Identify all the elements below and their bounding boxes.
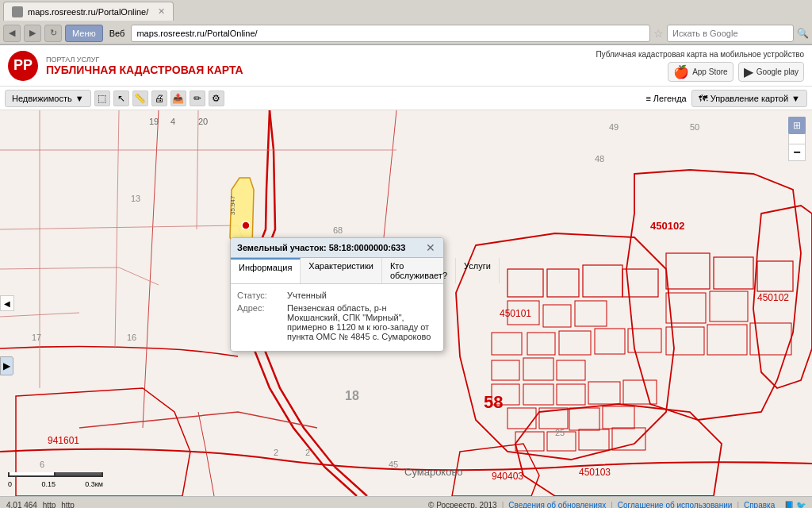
status-url: http	[61, 501, 75, 508]
popup-tab-characteristics[interactable]: Характеристики	[301, 258, 382, 283]
svg-text:68: 68	[333, 225, 343, 235]
address-bar-row: ◀ ▶ ↻ Меню Веб ☆ 🔍	[0, 22, 812, 44]
settings-tool[interactable]: ⚙	[209, 90, 224, 106]
copyright: © Росреестр, 2013	[428, 501, 497, 508]
select-tool[interactable]: ⬚	[94, 90, 110, 106]
measure-tool[interactable]: 📏	[132, 90, 148, 106]
tab-services-label: Услуги	[464, 261, 491, 271]
address-label: Адрес:	[237, 303, 281, 341]
android-icon: ▶	[744, 64, 753, 79]
agreement-link[interactable]: Соглашение об использовании	[618, 501, 733, 508]
svg-text:20: 20	[198, 117, 208, 126]
forward-button[interactable]: ▶	[24, 25, 41, 42]
search-input[interactable]	[667, 25, 794, 42]
back-button[interactable]: ◀	[3, 25, 21, 42]
status-row: Статус: Учтенный	[237, 291, 437, 300]
svg-text:17: 17	[32, 333, 41, 342]
nedvizhimost-label: Недвижимость	[12, 94, 72, 103]
portal-title-block: ПОРТАЛ УСЛУГ ПУБЛИЧНАЯ КАДАСТРОВАЯ КАРТА	[46, 56, 588, 76]
svg-text:941601: 941601	[48, 435, 79, 446]
social-icons: 📘 🐦	[784, 501, 806, 508]
popup-title: Земельный участок: 58:18:0000000:633	[237, 243, 405, 252]
googleplay-button[interactable]: ▶ Google play	[738, 62, 804, 82]
left-panel-btn-1[interactable]: ◀	[0, 295, 14, 311]
zoom-divider	[788, 134, 806, 144]
scale-bar: 0 0.15 0.3км	[8, 469, 103, 488]
svg-text:45: 45	[389, 460, 398, 469]
svg-text:25: 25	[555, 428, 565, 437]
svg-text:450102: 450102	[757, 292, 789, 303]
legend-label: Легенда	[653, 94, 687, 103]
chevron-down-icon-manage: ▼	[791, 94, 800, 103]
popup-tab-info[interactable]: Информация	[231, 258, 301, 283]
status-left: 4.01 464 http http	[6, 501, 425, 508]
draw-tool[interactable]: ✏	[190, 90, 205, 106]
popup-tabs: Информация Характеристики Кто обслуживае…	[231, 258, 443, 284]
address-value: Пензенская область, р-н Мокшанский, СПК …	[287, 303, 437, 341]
browser-chrome: maps.rosreestr.ru/PortalOnline/ ✕ ◀ ▶ ↻ …	[0, 0, 812, 45]
popup-close-button[interactable]: ✕	[424, 241, 437, 254]
active-tab[interactable]: maps.rosreestr.ru/PortalOnline/ ✕	[3, 2, 174, 21]
expand-panel-button[interactable]: ▶	[0, 356, 13, 375]
portal-title: ПУБЛИЧНАЯ КАДАСТРОВАЯ КАРТА	[46, 64, 588, 76]
menu-button[interactable]: Меню	[65, 25, 103, 42]
svg-text:18: 18	[345, 389, 359, 402]
tab-label: maps.rosreestr.ru/PortalOnline/	[28, 7, 148, 17]
scale-03: 0.3км	[85, 480, 103, 488]
help-link[interactable]: Справка	[744, 501, 775, 508]
appstore-label: App Store	[692, 67, 727, 76]
legend-icon: ≡	[645, 94, 650, 103]
map-container[interactable]: 19 4 20 49 50 48 13 68 17 16 74 18 58 2 …	[0, 110, 812, 496]
svg-text:Сумароково: Сумароково	[404, 466, 462, 478]
protocol: http	[43, 501, 56, 508]
zoom-out-button[interactable]: −	[788, 144, 806, 161]
scale-0: 0	[8, 480, 12, 488]
svg-text:50: 50	[690, 122, 699, 132]
manage-map-button[interactable]: 🗺 Управление картой ▼	[691, 90, 807, 107]
app-header: РР ПОРТАЛ УСЛУГ ПУБЛИЧНАЯ КАДАСТРОВАЯ КА…	[0, 45, 812, 87]
bookmark-icon[interactable]: ☆	[653, 27, 664, 40]
search-icon[interactable]: 🔍	[797, 28, 809, 39]
chevron-down-icon: ▼	[75, 94, 84, 103]
scale-line	[8, 469, 103, 479]
appstore-button[interactable]: 🍎 App Store	[668, 62, 733, 82]
scale-ruler-right	[56, 472, 103, 477]
scale-015: 0.15	[41, 480, 56, 488]
nedvizhimost-dropdown[interactable]: Недвижимость ▼	[5, 90, 91, 107]
svg-text:940403: 940403	[492, 471, 523, 482]
reload-button[interactable]: ↻	[44, 25, 62, 42]
legend-button[interactable]: ≡ Легенда	[645, 94, 686, 103]
portal-logo: РР	[8, 51, 38, 81]
apple-icon: 🍎	[673, 64, 689, 79]
map-icon: 🗺	[699, 94, 707, 103]
left-panel: ◀	[0, 295, 14, 311]
manage-map-label: Управление картой	[710, 94, 788, 103]
portal-label: ПОРТАЛ УСЛУГ	[46, 56, 588, 64]
address-row: Адрес: Пензенская область, р-н Мокшански…	[237, 303, 437, 341]
scale-ruler-container	[8, 469, 103, 479]
tab-bar: maps.rosreestr.ru/PortalOnline/ ✕	[0, 0, 812, 22]
web-label: Веб	[106, 29, 128, 38]
address-input[interactable]	[131, 25, 650, 42]
svg-text:16: 16	[127, 333, 136, 342]
tab-favicon	[12, 6, 23, 17]
svg-text:2: 2	[274, 448, 278, 457]
mobile-label: Публичная кадастровая карта на мобильное…	[596, 50, 804, 59]
popup-tab-services-who[interactable]: Кто обслуживает?	[382, 258, 456, 283]
export-tool[interactable]: 📤	[170, 90, 186, 106]
pointer-tool[interactable]: ↖	[113, 90, 129, 106]
status-value: Учтенный	[287, 291, 437, 300]
svg-text:2: 2	[305, 448, 310, 457]
svg-point-37	[242, 221, 250, 229]
map-options-icon[interactable]: ⊞	[788, 117, 806, 134]
status-right: © Росреестр, 2013 | Сведения об обновлен…	[428, 501, 806, 508]
googleplay-label: Google play	[756, 67, 799, 76]
store-buttons: 🍎 App Store ▶ Google play	[668, 62, 804, 82]
print-tool[interactable]: 🖨	[151, 90, 167, 106]
scale-labels: 0 0.15 0.3км	[8, 480, 103, 488]
popup-tab-services[interactable]: Услуги	[456, 258, 500, 283]
tab-close-icon[interactable]: ✕	[158, 6, 165, 17]
scale-ruler-left	[8, 472, 56, 477]
updates-link[interactable]: Сведения об обновлениях	[508, 501, 606, 508]
popup-content: Статус: Учтенный Адрес: Пензенская облас…	[231, 284, 443, 351]
